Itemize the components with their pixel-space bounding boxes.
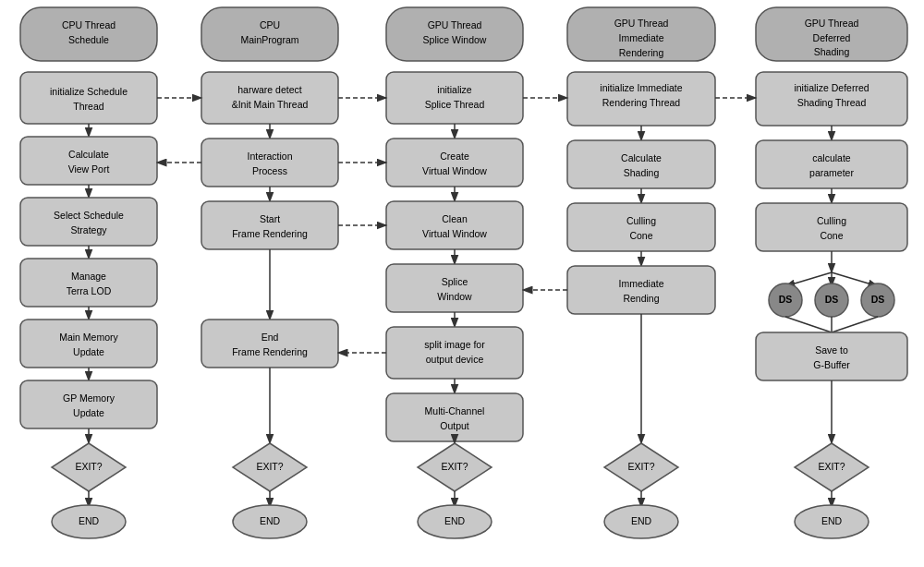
svg-text:Frame Rendering: Frame Rendering [232,228,308,239]
box-calc-shading [567,140,715,188]
svg-text:parameter: parameter [809,167,854,178]
svg-text:Main Memory: Main Memory [59,332,118,343]
box-end-frame [201,320,338,368]
arrow-ds-right [832,272,878,286]
svg-text:initialize Immediate: initialize Immediate [600,82,682,93]
svg-text:MainProgram: MainProgram [240,34,298,45]
svg-text:Update: Update [73,346,104,357]
svg-text:DS: DS [825,294,839,305]
svg-text:Create: Create [440,151,469,162]
box-create-virtual [386,139,523,187]
box-interaction [201,139,338,187]
svg-text:Process: Process [252,165,287,176]
svg-text:END: END [631,515,652,526]
svg-text:Splice Thread: Splice Thread [425,99,485,110]
svg-text:CPU: CPU [260,19,280,30]
svg-text:Virtual Window: Virtual Window [422,228,487,239]
svg-text:Cone: Cone [629,230,652,241]
box-clean-virtual [386,201,523,249]
svg-text:Multi-Channel: Multi-Channel [425,405,485,416]
svg-text:initialize: initialize [437,84,472,95]
box-culling-cone-col4 [567,203,715,251]
box-save-gbuffer [756,332,907,380]
svg-text:Culling: Culling [626,215,656,226]
svg-text:calculate: calculate [812,152,851,163]
svg-text:Cone: Cone [820,230,843,241]
svg-text:Save to: Save to [815,344,848,356]
svg-text:Select Schedule: Select Schedule [54,210,124,221]
header-cpu-schedule-text: CPU Thread [62,19,116,30]
box-culling-cone-col5 [756,203,907,251]
svg-text:EXIT?: EXIT? [818,461,845,472]
svg-text:Calculate: Calculate [68,149,109,160]
svg-text:DS: DS [779,294,793,305]
svg-text:END: END [260,515,281,526]
svg-text:View Port: View Port [68,163,110,175]
svg-text:Interaction: Interaction [247,151,292,162]
svg-text:Clean: Clean [442,213,468,224]
svg-text:Frame Rendering: Frame Rendering [232,346,308,357]
flowchart-diagram: CPU Thread Schedule initialize Schedule … [0,0,924,567]
arrow-ds-fan-right [832,317,878,332]
box-multichannel [386,393,523,441]
svg-text:Culling: Culling [817,215,846,226]
svg-text:Shading: Shading [624,167,660,178]
svg-text:&Init Main Thread: &Init Main Thread [232,99,309,110]
svg-text:EXIT?: EXIT? [627,461,654,472]
box-immediate-rend [567,266,715,314]
svg-text:split image for: split image for [424,339,485,350]
svg-text:DS: DS [871,294,885,305]
svg-text:EXIT?: EXIT? [256,461,283,472]
box-calc-viewport [20,137,157,185]
svg-text:Rendering Thread: Rendering Thread [602,97,681,108]
svg-text:Thread: Thread [73,101,103,112]
svg-text:Virtual Window: Virtual Window [422,165,487,176]
svg-text:Terra LOD: Terra LOD [67,285,112,296]
svg-text:G-Buffer: G-Buffer [813,359,850,370]
svg-text:Output: Output [440,420,469,431]
svg-text:GPU Thread: GPU Thread [428,19,482,30]
box-calc-param [756,140,907,188]
box-select-schedule [20,198,157,246]
svg-text:Rending: Rending [623,293,659,304]
svg-text:EXIT?: EXIT? [441,461,468,472]
box-splice-window [386,264,523,312]
arrow-ds-fan-left [785,317,832,332]
svg-text:initialize Deferred: initialize Deferred [794,82,869,93]
svg-text:Window: Window [437,291,472,302]
arrow-ds-left [785,272,832,286]
svg-text:Immediate: Immediate [618,32,663,43]
box-init-schedule [20,72,157,124]
box-main-mem [20,320,157,368]
svg-text:GPU Thread: GPU Thread [805,18,859,29]
svg-text:Shading Thread: Shading Thread [797,97,867,108]
svg-text:Splice: Splice [442,276,468,287]
svg-text:Update: Update [73,407,104,418]
svg-text:END: END [79,515,100,526]
svg-text:GPU Thread: GPU Thread [614,18,669,29]
svg-text:Manage: Manage [71,271,106,282]
box-terra-lod [20,259,157,307]
svg-text:Shading: Shading [814,46,850,57]
svg-text:END: END [444,515,466,526]
svg-text:END: END [821,515,843,526]
svg-text:Start: Start [260,213,280,224]
svg-text:Schedule: Schedule [68,34,109,45]
svg-text:Deferred: Deferred [813,32,851,43]
svg-text:Rendering: Rendering [619,47,664,58]
box-start-frame [201,201,338,249]
svg-text:Strategy: Strategy [70,224,107,235]
box-gp-mem [20,380,157,428]
svg-text:harware detect: harware detect [237,84,302,95]
svg-text:Splice Window: Splice Window [423,34,487,45]
svg-text:EXIT?: EXIT? [75,461,102,472]
svg-text:End: End [261,332,279,343]
svg-text:GP Memory: GP Memory [63,392,116,404]
svg-text:initialize Schedule: initialize Schedule [50,86,128,97]
svg-text:output device: output device [426,354,484,365]
svg-text:Immediate: Immediate [618,278,663,289]
svg-text:Calculate: Calculate [621,152,662,163]
